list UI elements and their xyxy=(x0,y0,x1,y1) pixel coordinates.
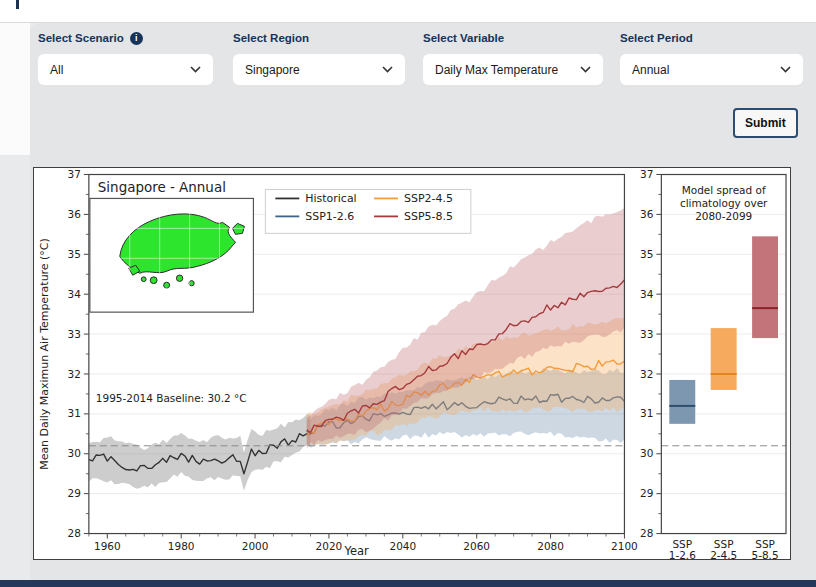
box-panel-title: 2080-2099 xyxy=(695,210,752,222)
series-historical xyxy=(89,414,311,490)
inset-map xyxy=(90,198,254,312)
chevron-down-icon xyxy=(382,66,393,73)
period-label: Select Period xyxy=(620,32,693,44)
svg-text:1-2.6: 1-2.6 xyxy=(669,549,696,559)
svg-text:28: 28 xyxy=(68,527,81,539)
svg-text:31: 31 xyxy=(640,407,653,419)
svg-text:33: 33 xyxy=(640,328,653,340)
period-select[interactable]: Annual xyxy=(620,54,803,85)
svg-text:2080: 2080 xyxy=(537,540,564,552)
svg-text:34: 34 xyxy=(68,288,82,300)
variable-label: Select Variable xyxy=(423,32,504,44)
box-panel-title: Model spread of xyxy=(682,184,766,196)
chart-card: 2828292930303131323233333434353536363737… xyxy=(33,167,791,560)
svg-text:34: 34 xyxy=(640,288,654,300)
svg-text:SSP: SSP xyxy=(714,538,734,550)
scenario-select[interactable]: All xyxy=(38,54,213,85)
climate-projection-chart: 2828292930303131323233333434353536363737… xyxy=(34,168,790,559)
scenario-label-row: Select Scenario i xyxy=(38,31,213,45)
region-select[interactable]: Singapore xyxy=(233,54,405,85)
box-panel: Model spread ofclimatology over2080-2099… xyxy=(669,184,779,559)
region-label: Select Region xyxy=(233,32,309,44)
svg-text:2-4.5: 2-4.5 xyxy=(710,549,737,559)
svg-text:1980: 1980 xyxy=(168,540,195,552)
footer-bar xyxy=(0,580,816,587)
svg-text:37: 37 xyxy=(640,168,653,180)
svg-text:SSP: SSP xyxy=(672,538,692,550)
svg-text:30: 30 xyxy=(68,447,81,459)
scenario-label: Select Scenario xyxy=(38,32,124,44)
svg-text:32: 32 xyxy=(68,368,81,380)
variable-select[interactable]: Daily Max Temperature xyxy=(423,54,603,85)
variable-value: Daily Max Temperature xyxy=(435,63,558,77)
filter-scenario: Select Scenario i All xyxy=(38,31,213,85)
submit-button[interactable]: Submit xyxy=(733,108,798,138)
chevron-down-icon xyxy=(580,66,591,73)
svg-text:SSP1-2.6: SSP1-2.6 xyxy=(305,210,354,223)
svg-text:5-8.5: 5-8.5 xyxy=(752,549,779,559)
chart-title: Singapore - Annual xyxy=(98,180,226,195)
period-value: Annual xyxy=(632,63,669,77)
top-nav-fragment xyxy=(16,0,19,9)
filter-region: Select Region Singapore xyxy=(233,31,405,85)
svg-text:SSP2-4.5: SSP2-4.5 xyxy=(404,192,453,205)
period-label-row: Select Period xyxy=(620,31,803,45)
filter-period: Select Period Annual xyxy=(620,31,803,85)
svg-text:SSP5-8.5: SSP5-8.5 xyxy=(404,210,453,223)
top-nav-bar xyxy=(0,0,816,23)
svg-text:1960: 1960 xyxy=(94,540,121,552)
svg-text:29: 29 xyxy=(68,487,81,499)
chevron-down-icon xyxy=(190,66,201,73)
svg-text:35: 35 xyxy=(68,248,81,260)
svg-text:2020: 2020 xyxy=(316,540,343,552)
svg-text:Historical: Historical xyxy=(305,192,356,205)
svg-text:36: 36 xyxy=(68,208,81,220)
svg-text:31: 31 xyxy=(68,407,81,419)
info-icon[interactable]: i xyxy=(130,32,143,45)
region-value: Singapore xyxy=(245,63,300,77)
page: Select Scenario i All Select Region Sing… xyxy=(0,0,816,587)
svg-text:2060: 2060 xyxy=(463,540,490,552)
svg-text:2000: 2000 xyxy=(242,540,269,552)
svg-text:32: 32 xyxy=(640,368,653,380)
baseline-annotation: 1995-2014 Baseline: 30.2 °C xyxy=(96,392,247,404)
y-axis-label: Mean Daily Maximun Air Temperature (°C) xyxy=(38,238,51,470)
svg-text:37: 37 xyxy=(68,168,81,180)
box-1-2.6 xyxy=(669,380,695,424)
svg-text:33: 33 xyxy=(68,328,81,340)
svg-text:28: 28 xyxy=(640,527,653,539)
svg-text:36: 36 xyxy=(640,208,653,220)
svg-text:SSP: SSP xyxy=(755,538,775,550)
svg-text:35: 35 xyxy=(640,248,653,260)
box-5-8.5 xyxy=(752,236,778,338)
legend: HistoricalSSP1-2.6SSP2-4.5SSP5-8.5 xyxy=(265,189,470,233)
box-2-4.5 xyxy=(711,328,737,390)
left-margin xyxy=(0,23,30,155)
svg-text:29: 29 xyxy=(640,487,653,499)
filter-variable: Select Variable Daily Max Temperature xyxy=(423,31,603,85)
variable-label-row: Select Variable xyxy=(423,31,603,45)
svg-text:2100: 2100 xyxy=(611,540,638,552)
svg-text:30: 30 xyxy=(640,447,653,459)
svg-text:2040: 2040 xyxy=(389,540,416,552)
chevron-down-icon xyxy=(780,66,791,73)
box-panel-title: climatology over xyxy=(680,197,768,209)
region-label-row: Select Region xyxy=(233,31,405,45)
scenario-value: All xyxy=(50,63,63,77)
x-axis-label: Year xyxy=(344,544,370,558)
